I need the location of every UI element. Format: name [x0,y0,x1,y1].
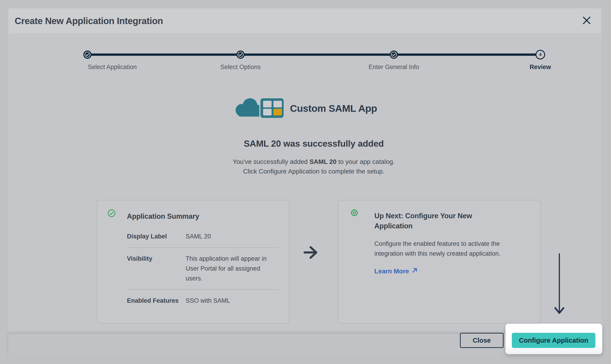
summary-row-display-label: Display Label SAML 20 [127,228,278,247]
gear-icon [350,209,359,218]
down-arrow-annotation-icon [554,253,564,319]
step-completed-check-icon [390,50,398,59]
step-completed-check-icon [236,50,245,59]
summary-card-title: Application Summary [127,211,280,221]
stepper-step-enter-general-info: Enter General Info [346,50,442,71]
wizard-stepper: Select Application Select Options [8,8,611,77]
success-line1-app-name: SAML 20 [309,158,337,165]
step-current-number-badge: 4 [535,50,545,59]
row-value: SAML 20 [186,232,278,241]
application-summary-card: Application Summary Display Label SAML 2… [97,200,289,324]
custom-saml-app-logo: Custom SAML App [233,96,377,120]
up-next-card-body: Configure the enabled features to activa… [374,239,520,259]
cloud-grid-app-icon [233,96,285,120]
success-line1-suffix: to your app catalog. [337,158,395,165]
step-label: Select Application [88,64,137,71]
step-label: Select Options [220,64,261,71]
right-arrow-icon [303,246,318,260]
row-value: This application will appear in User Por… [186,254,277,284]
success-description: You've successfully added SAML 20 to you… [8,157,611,176]
learn-more-link[interactable]: Learn More [374,267,418,275]
success-heading: SAML 20 was successfully added [8,139,611,149]
success-line1-prefix: You've successfully added [233,158,309,165]
screen: Create New Application Integration Sele [0,0,611,364]
step-completed-check-icon [83,50,92,59]
app-logo-text: Custom SAML App [290,103,377,114]
close-button-footer[interactable]: Close [460,333,504,348]
row-label: Enabled Features [127,296,186,306]
learn-more-label: Learn More [374,268,409,275]
spotlight-highlight: Configure Application [506,324,602,354]
create-app-integration-modal: Create New Application Integration Sele [8,8,601,356]
stepper-progress-line [88,53,540,56]
stepper-step-review: 4 Review [492,50,588,71]
stepper-step-select-options: Select Options [192,50,289,71]
row-value: SSO with SAML [186,296,278,306]
external-link-arrow-icon [412,267,418,275]
success-line2: Click Configure Application to complete … [243,168,384,175]
up-next-card: Up Next: Configure Your New Application … [338,200,541,324]
configure-application-button[interactable]: Configure Application [512,333,595,348]
summary-rows: Display Label SAML 20 Visibility This ap… [127,228,278,312]
check-circle-icon [107,209,116,218]
step-label: Review [530,64,551,71]
summary-row-visibility: Visibility This application will appear … [127,247,278,289]
summary-row-enabled-features: Enabled Features SSO with SAML [127,289,278,312]
row-label: Visibility [127,254,186,284]
up-next-card-title: Up Next: Configure Your New Application [374,211,503,231]
step-label: Enter General Info [369,64,419,71]
stepper-step-select-application: Select Application [39,50,136,71]
row-label: Display Label [127,232,186,241]
